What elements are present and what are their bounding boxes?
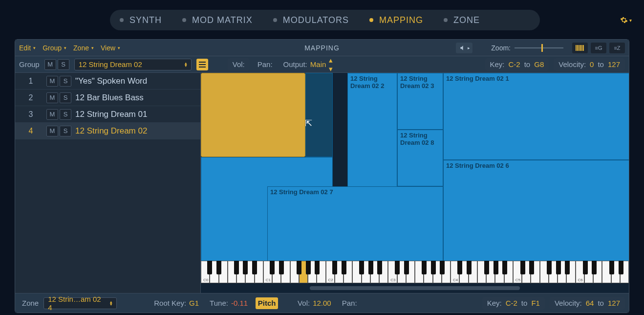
group-selector[interactable]: 12 String Dream 02 ▴▾ [74, 59, 192, 70]
svg-rect-1 [576, 45, 577, 51]
svg-rect-8 [199, 64, 206, 65]
svg-rect-6 [583, 45, 584, 51]
zone-key-range[interactable]: Key:C-2 toF1 [482, 297, 545, 310]
zoom-slider[interactable] [515, 47, 563, 48]
svg-rect-2 [577, 45, 578, 51]
horizontal-scrollbar[interactable] [201, 285, 629, 291]
group-parameter-row: Group M S 12 String Dream 02 ▴▾ Vol: Pan… [15, 56, 629, 73]
menu-edit[interactable]: Edit▾ [19, 44, 36, 52]
zone-block[interactable] [305, 73, 333, 157]
zone-block[interactable]: 12 String Dream 02 8 [397, 130, 443, 186]
menu-zone[interactable]: Zone▾ [73, 44, 94, 52]
group-mute[interactable]: M [44, 59, 56, 70]
panel-title: MAPPING [304, 44, 340, 52]
zone-vol[interactable]: Vol:12.00 [295, 299, 334, 307]
tab-synth[interactable]: SYNTH [120, 15, 162, 25]
tab-zone[interactable]: ZONE [444, 15, 480, 25]
menu-group[interactable]: Group▾ [43, 44, 66, 52]
audition-button[interactable]: ▸ [456, 43, 472, 53]
svg-rect-3 [579, 45, 580, 51]
gear-menu[interactable]: ▾ [619, 13, 633, 27]
group-row[interactable]: 2MS12 Bar Blues Bass [15, 90, 200, 106]
zone-root-key[interactable]: Root Key:G1 [151, 299, 202, 307]
zone-selector[interactable]: 12 Strin…am 02 4▴▾ [43, 297, 117, 309]
view-mode-zone-list[interactable]: ≡Z [609, 43, 625, 53]
tab-modulators[interactable]: MODULATORS [273, 15, 349, 25]
row-solo[interactable]: S [60, 76, 71, 87]
menu-view[interactable]: View▾ [101, 44, 120, 52]
zone-block[interactable]: 12 String Dream 02 6 [443, 160, 629, 271]
mapping-panel: Edit▾ Group▾ Zone▾ View▾ MAPPING ▸ Zoom:… [15, 39, 629, 313]
row-mute[interactable]: M [46, 76, 58, 87]
svg-rect-4 [580, 45, 581, 51]
zone-parameter-row: Zone 12 Strin…am 02 4▴▾ Root Key:G1 Tune… [15, 293, 629, 313]
zone-block-selected[interactable] [201, 73, 305, 157]
svg-rect-5 [581, 45, 582, 51]
zoom-control[interactable]: Zoom: [491, 44, 563, 52]
group-row[interactable]: 1MS"Yes" Spoken Word [15, 73, 200, 90]
zone-block[interactable]: 12 String Dream 02 1 [443, 73, 629, 160]
group-label: Group [19, 60, 40, 68]
group-velocity-range[interactable]: Velocity:0 to127 [554, 58, 625, 71]
svg-rect-9 [199, 67, 206, 68]
zone-label: Zone [22, 299, 39, 307]
zone-pitch-button[interactable]: Pitch [256, 297, 278, 309]
view-mode-group-list[interactable]: ≡G [591, 43, 606, 53]
svg-rect-7 [199, 62, 206, 63]
zone-tune[interactable]: Tune:-0.11 [207, 299, 251, 307]
group-list-toggle[interactable] [196, 59, 208, 70]
group-pan[interactable]: Pan: [255, 60, 276, 68]
row-solo[interactable]: S [60, 92, 71, 103]
group-output[interactable]: Output: Main ▴▾ [280, 56, 336, 73]
group-vol[interactable]: Vol: [228, 58, 250, 71]
zone-block[interactable]: 12 String Dream 02 7 [267, 186, 443, 271]
mapping-canvas: 12 String Dream 02 2 12 String Dream 02 … [201, 73, 629, 293]
group-key-range[interactable]: Key:C-2 toG8 [485, 58, 549, 71]
row-mute[interactable]: M [46, 126, 58, 136]
tab-mod-matrix[interactable]: MOD MATRIX [182, 15, 253, 25]
keyboard[interactable]: C0C1C2C3C4C5C6 [201, 261, 629, 283]
group-solo[interactable]: S [58, 59, 69, 70]
group-row[interactable]: 4MS12 String Dream 02 [15, 123, 200, 139]
row-solo[interactable]: S [60, 126, 71, 136]
row-solo[interactable]: S [60, 109, 71, 120]
group-row[interactable]: 3MS12 String Dream 01 [15, 106, 200, 123]
menu-bar: Edit▾ Group▾ Zone▾ View▾ MAPPING ▸ Zoom:… [15, 40, 629, 56]
tab-mapping[interactable]: MAPPING [369, 15, 423, 25]
zone-velocity-range[interactable]: Velocity:64 to127 [550, 297, 625, 310]
view-mode-keyboard[interactable] [572, 43, 588, 53]
zoom-label: Zoom: [491, 44, 511, 52]
group-list: 1MS"Yes" Spoken Word2MS12 Bar Blues Bass… [15, 73, 201, 293]
top-tabs: SYNTHMOD MATRIXMODULATORSMAPPINGZONE [110, 10, 540, 30]
zone-block[interactable]: 12 String Dream 02 3 [397, 73, 443, 130]
row-mute[interactable]: M [46, 109, 58, 120]
zone-pan[interactable]: Pan: [339, 299, 360, 307]
row-mute[interactable]: M [46, 92, 58, 103]
